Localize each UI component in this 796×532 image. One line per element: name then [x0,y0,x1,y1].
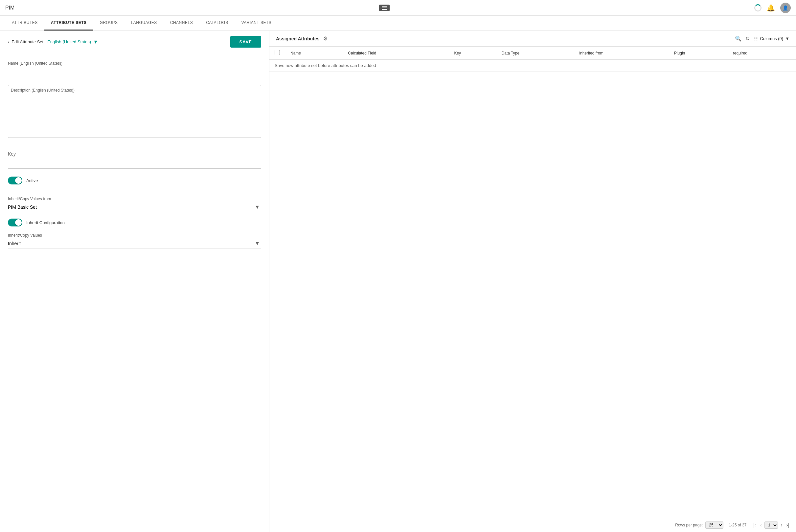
table-footer: Rows per page: 25 10 50 100 1-25 of 37 |… [269,518,796,532]
tab-groups[interactable]: GROUPS [93,16,125,31]
main-content: ‹ Edit Attribute Set English (United Sta… [0,31,796,532]
top-bar-left: PIM [5,5,15,11]
search-button[interactable]: 🔍 [735,35,741,42]
right-panel-title-row: Assigned Attributes ⚙ [276,35,327,42]
tab-variant-sets[interactable]: VARIANT SETS [235,16,278,31]
inherit-config-toggle[interactable] [8,218,22,226]
key-label: Key [8,151,261,156]
top-bar-right: 🔔 👤 [754,3,791,13]
name-field: Name (English (United States)) [8,61,261,77]
loading-spinner [754,4,761,12]
name-label: Name (English (United States)) [8,61,261,65]
page-range: 1-25 of 37 [729,523,746,527]
description-field: Description (English (United States)) [8,85,261,138]
hamburger-line-2 [382,7,387,8]
select-all-cell [269,46,285,60]
attributes-table: Name Calculated Field Key Data Type inhe… [269,46,796,72]
avatar-icon: 👤 [782,5,788,11]
inherit-config-label: Inherit Configuration [26,220,65,225]
back-button[interactable]: ‹ Edit Attribute Set [8,39,43,45]
next-page-button[interactable]: › [779,521,783,529]
inherit-copy-values-label: Inherit/Copy Values [8,233,261,238]
empty-message: Save new attribute set before attributes… [269,60,796,72]
page-number-select[interactable]: 1 2 [764,521,778,529]
name-input[interactable] [8,68,261,77]
hamburger-area [379,5,390,11]
left-panel: ‹ Edit Attribute Set English (United Sta… [0,31,269,532]
back-icon: ‹ [8,39,10,45]
divider-1 [8,146,261,146]
refresh-button[interactable]: ↻ [745,35,750,42]
active-toggle-thumb [15,177,22,184]
inherit-copy-from-field: Inherit/Copy Values from PIM Basic Set N… [8,196,261,212]
right-panel: Assigned Attributes ⚙ 🔍 ↻ ☷ Columns (9) … [269,31,796,532]
inherit-copy-from-wrapper: PIM Basic Set None ▼ [8,203,261,212]
language-selector[interactable]: English (United States) ▼ [47,39,98,45]
avatar[interactable]: 👤 [780,3,791,13]
app-title: PIM [5,5,15,11]
empty-row: Save new attribute set before attributes… [269,60,796,72]
col-plugin: Plugin [669,46,728,60]
settings-button[interactable]: ⚙ [323,35,327,42]
language-dropdown-icon: ▼ [93,39,98,45]
hamburger-button[interactable] [379,5,390,11]
notifications-button[interactable]: 🔔 [767,4,775,12]
table-head: Name Calculated Field Key Data Type inhe… [269,46,796,60]
key-input[interactable] [8,159,261,169]
rows-per-page: Rows per page: 25 10 50 100 [675,521,723,529]
tab-attributes[interactable]: ATTRIBUTES [5,16,44,31]
active-label: Active [26,178,38,183]
hamburger-line-1 [382,6,387,6]
inherit-copy-from-label: Inherit/Copy Values from [8,196,261,201]
tab-attribute-sets[interactable]: ATTRIBUTE SETS [44,16,93,31]
sub-header-left: ‹ Edit Attribute Set English (United Sta… [8,39,98,45]
table-header-row: Name Calculated Field Key Data Type inhe… [269,46,796,60]
refresh-icon: ↻ [745,35,750,42]
active-toggle-row: Active [8,176,261,185]
last-page-button[interactable]: ›| [785,521,791,529]
rows-per-page-label: Rows per page: [675,523,703,527]
hamburger-line-3 [382,9,387,10]
right-panel-title: Assigned Attributes [276,36,320,41]
language-value: English (United States) [47,39,91,44]
inherit-copy-values-field: Inherit/Copy Values Inherit Copy None ▼ [8,233,261,248]
tab-channels[interactable]: CHANNELS [164,16,199,31]
search-icon: 🔍 [735,35,741,42]
bell-icon: 🔔 [767,4,775,12]
tab-languages[interactable]: LANGUAGES [125,16,164,31]
divider-2 [8,191,261,191]
description-label: Description (English (United States)) [11,88,258,93]
inherit-copy-values-select[interactable]: Inherit Copy None [8,239,261,248]
active-toggle[interactable] [8,176,22,185]
pagination: |‹ ‹ 1 2 › ›| [752,521,791,529]
columns-icon: ☷ [754,36,758,41]
col-required: required [728,46,796,60]
table-container: Name Calculated Field Key Data Type inhe… [269,46,796,518]
form-content: Name (English (United States)) Descripti… [0,53,269,532]
columns-label: Columns (9) [760,36,783,41]
col-name: Name [285,46,343,60]
col-key: Key [449,46,496,60]
description-wrapper: Description (English (United States)) [8,85,261,138]
inherit-copy-from-select[interactable]: PIM Basic Set None [8,203,261,212]
first-page-button[interactable]: |‹ [752,521,757,529]
select-all-checkbox[interactable] [275,50,280,55]
description-input[interactable] [11,95,258,134]
inherit-config-toggle-row: Inherit Configuration [8,218,261,226]
key-section: Key [8,151,261,169]
sub-header: ‹ Edit Attribute Set English (United Sta… [0,31,269,53]
back-label: Edit Attribute Set [12,39,43,44]
inherit-copy-values-wrapper: Inherit Copy None ▼ [8,239,261,248]
top-bar: PIM 🔔 👤 [0,0,796,16]
columns-dropdown-icon: ▼ [785,36,790,41]
rows-per-page-select[interactable]: 25 10 50 100 [705,521,723,529]
inherit-config-toggle-thumb [15,219,22,226]
gear-icon: ⚙ [323,36,327,41]
prev-page-button[interactable]: ‹ [759,521,763,529]
tab-catalogs[interactable]: CATALOGS [199,16,235,31]
columns-button[interactable]: ☷ Columns (9) ▼ [754,36,790,41]
right-header-actions: 🔍 ↻ ☷ Columns (9) ▼ [735,35,790,42]
col-inherited-from: inherited from [574,46,669,60]
save-button[interactable]: SAVE [230,36,261,48]
nav-tabs: ATTRIBUTES ATTRIBUTE SETS GROUPS LANGUAG… [0,16,796,31]
